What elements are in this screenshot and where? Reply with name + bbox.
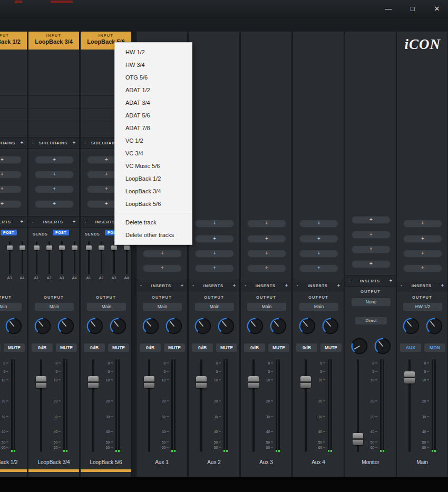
context-menu-item[interactable]: VC 1/2: [115, 134, 192, 147]
send-slot-button[interactable]: +: [403, 235, 442, 243]
gain-knob[interactable]: [85, 316, 105, 336]
mini-send-fader-cap[interactable]: [59, 245, 65, 250]
inserts-add-button[interactable]: +: [337, 283, 340, 288]
inserts-add-button[interactable]: +: [73, 219, 75, 224]
context-menu-item[interactable]: OTG 5/6: [115, 71, 192, 84]
inserts-add-button[interactable]: +: [21, 219, 23, 224]
inserts-remove-button[interactable]: -: [84, 219, 86, 224]
fader-cap[interactable]: [88, 376, 99, 388]
inserts-remove-button[interactable]: -: [245, 283, 246, 288]
send-slot-button[interactable]: +: [403, 250, 442, 258]
gain-0db-button[interactable]: 0dB: [244, 343, 265, 352]
aux-button[interactable]: AUX: [400, 343, 421, 352]
mute-button[interactable]: MUTE: [164, 343, 185, 352]
gain-knob[interactable]: [297, 316, 317, 336]
inserts-remove-button[interactable]: -: [401, 283, 402, 288]
mini-send-fader-cap[interactable]: [124, 245, 130, 250]
inserts-remove-button[interactable]: -: [349, 278, 350, 283]
title-bar[interactable]: — □ ✕: [0, 0, 448, 17]
mini-send-fader-cap[interactable]: [34, 245, 40, 250]
send-slot-button[interactable]: +: [0, 200, 22, 208]
send-slot-button[interactable]: +: [35, 185, 74, 193]
send-slot-button[interactable]: +: [195, 264, 234, 272]
send-slot-button[interactable]: +: [299, 264, 338, 272]
fader-track[interactable]: [200, 359, 202, 452]
mini-send-fader-cap[interactable]: [20, 245, 25, 250]
context-menu-item[interactable]: ADAT 1/2: [115, 84, 192, 96]
pan-knob[interactable]: [56, 316, 76, 336]
gain-0db-button[interactable]: 0dB: [140, 343, 161, 352]
inserts-add-button[interactable]: +: [441, 283, 444, 288]
send-slot-button[interactable]: +: [195, 220, 234, 228]
context-menu-item[interactable]: LoopBack 1/2: [115, 172, 192, 185]
fader-cap[interactable]: [196, 376, 207, 388]
mini-send-fader-cap[interactable]: [86, 245, 92, 250]
fader-track[interactable]: [92, 359, 94, 452]
mute-button[interactable]: MUTE: [56, 343, 77, 352]
fader-cap[interactable]: [300, 376, 311, 388]
context-menu-item[interactable]: VC 3/4: [115, 147, 192, 160]
mini-send-fader-cap[interactable]: [99, 245, 104, 250]
inserts-remove-button[interactable]: -: [140, 283, 142, 288]
mute-button[interactable]: MUTE: [320, 343, 342, 352]
monitor-mix-knob[interactable]: [373, 336, 393, 356]
send-slot-button[interactable]: +: [247, 264, 286, 272]
send-slot-button[interactable]: +: [247, 250, 286, 258]
mute-button[interactable]: MUTE: [268, 343, 289, 352]
output-select[interactable]: Main: [35, 303, 74, 311]
fader-cap[interactable]: [404, 371, 415, 383]
pan-knob[interactable]: [108, 316, 128, 336]
send-slot-button[interactable]: +: [352, 231, 391, 239]
gain-knob[interactable]: [33, 316, 53, 336]
gain-0db-button[interactable]: 0dB: [296, 343, 317, 352]
sidechains-add-button[interactable]: +: [21, 140, 23, 145]
gain-knob[interactable]: [193, 316, 213, 336]
gain-0db-button[interactable]: 0dB: [84, 343, 105, 352]
minimize-button[interactable]: —: [381, 3, 396, 14]
context-menu-item[interactable]: ADAT 5/6: [115, 109, 192, 122]
sidechains-add-button[interactable]: +: [73, 140, 75, 145]
post-toggle[interactable]: POST: [53, 230, 69, 235]
context-menu-item[interactable]: HW 3/4: [115, 58, 192, 71]
mini-send-fader-cap[interactable]: [46, 245, 52, 250]
send-slot-button[interactable]: +: [403, 220, 442, 228]
send-slot-button[interactable]: +: [195, 250, 234, 258]
mini-send-fader-cap[interactable]: [7, 245, 13, 250]
mute-button[interactable]: MUTE: [216, 343, 237, 352]
fader-track[interactable]: [305, 359, 307, 452]
mute-button[interactable]: MUTE: [108, 343, 129, 352]
inserts-remove-button[interactable]: -: [192, 283, 194, 288]
send-slot-button[interactable]: +: [0, 156, 22, 164]
output-select[interactable]: HW 1/2: [403, 303, 442, 311]
inserts-remove-button[interactable]: -: [32, 219, 34, 224]
send-slot-button[interactable]: +: [403, 264, 442, 272]
context-menu-item[interactable]: LoopBack 5/6: [115, 198, 192, 210]
output-select[interactable]: Main: [143, 303, 182, 311]
gain-0db-button[interactable]: 0dB: [192, 343, 213, 352]
pan-knob[interactable]: [424, 316, 444, 336]
send-slot-button[interactable]: +: [299, 235, 338, 243]
send-slot-button[interactable]: +: [299, 220, 338, 228]
gain-knob[interactable]: [141, 316, 161, 336]
fader-cap[interactable]: [248, 376, 259, 388]
pan-knob[interactable]: [320, 316, 340, 336]
send-slot-button[interactable]: +: [35, 156, 74, 164]
monitor-level-knob[interactable]: [349, 336, 369, 356]
output-select[interactable]: Main: [0, 303, 22, 311]
post-toggle[interactable]: POST: [1, 230, 17, 235]
send-slot-button[interactable]: +: [352, 216, 391, 224]
close-button[interactable]: ✕: [429, 3, 445, 14]
pan-knob[interactable]: [164, 316, 184, 336]
fader-cap[interactable]: [36, 376, 46, 388]
mon-button[interactable]: MON: [424, 343, 445, 352]
context-menu-item[interactable]: HW 1/2: [115, 46, 192, 58]
context-menu-action[interactable]: Delete track: [115, 216, 192, 229]
pan-knob[interactable]: [268, 316, 288, 336]
inserts-add-button[interactable]: +: [233, 283, 236, 288]
send-slot-button[interactable]: +: [352, 245, 391, 253]
output-select[interactable]: Main: [87, 303, 126, 311]
gain-0db-button[interactable]: 0dB: [0, 343, 1, 352]
context-menu-item[interactable]: LoopBack 3/4: [115, 185, 192, 198]
pan-knob[interactable]: [4, 316, 24, 336]
pan-knob[interactable]: [216, 316, 236, 336]
